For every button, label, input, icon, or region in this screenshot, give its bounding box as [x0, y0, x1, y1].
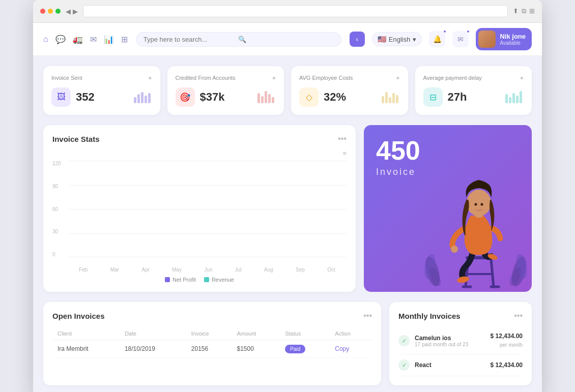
- middle-row: Invoice Stats ••• ≡ 120 90 60 30 0: [43, 125, 532, 292]
- svg-rect-4: [148, 93, 151, 103]
- svg-rect-14: [396, 95, 398, 103]
- col-amount: Amount: [232, 327, 280, 340]
- mail-nav-icon[interactable]: ✉: [90, 35, 97, 44]
- dot-yellow[interactable]: [48, 9, 53, 14]
- x-label-oct: Oct: [327, 267, 335, 273]
- x-label-mar: Mar: [110, 267, 119, 273]
- x-label-apr: Apr: [141, 267, 150, 273]
- stat-icon-1: 🎯: [176, 87, 195, 107]
- grid-nav-icon[interactable]: ⊞: [121, 35, 128, 44]
- table-header-row: Client Date Invoice Amount Status Action: [52, 327, 372, 340]
- back-button[interactable]: ‹: [350, 32, 365, 47]
- search-input[interactable]: [143, 36, 235, 43]
- mail-button[interactable]: ✉: [452, 31, 469, 47]
- main-content: Invoice Sent ● 🖼 352: [33, 56, 542, 392]
- user-profile[interactable]: Nik jone Available: [476, 28, 532, 50]
- y-label-90: 90: [52, 184, 61, 189]
- mail-icon: ✉: [457, 35, 464, 43]
- cell-amount: $1500: [232, 340, 280, 358]
- monthly-info-1: React: [415, 361, 485, 369]
- invoice-stats-card: Invoice Stats ••• ≡ 120 90 60 30 0: [43, 125, 356, 292]
- truck-icon[interactable]: 🚛: [73, 35, 83, 44]
- home-icon[interactable]: ⌂: [43, 35, 48, 44]
- monthly-name-1: React: [415, 361, 485, 369]
- invoices-table: Client Date Invoice Amount Status Action…: [52, 327, 372, 358]
- col-date: Date: [120, 327, 186, 340]
- svg-rect-18: [516, 96, 519, 103]
- stat-info-0[interactable]: ●: [148, 74, 152, 81]
- browser-icons: ⬆ ⧉ ⊞: [513, 7, 535, 15]
- stat-chart-3: [505, 89, 524, 106]
- chart-area: 120 90 60 30 0: [52, 161, 347, 273]
- chart-header: Invoice Stats •••: [52, 134, 347, 143]
- x-label-feb: Feb: [79, 267, 88, 273]
- table-row: Ira Membrit 18/10/2019 20156 $1500 Paid …: [52, 340, 372, 358]
- user-status: Available: [500, 40, 526, 46]
- stat-label-2: AVG Employee Costs: [299, 75, 353, 81]
- menu-icon[interactable]: ⊞: [529, 7, 535, 15]
- back-nav[interactable]: ◀: [66, 8, 71, 15]
- stat-info-1[interactable]: ●: [272, 74, 276, 81]
- y-label-60: 60: [52, 206, 61, 212]
- svg-rect-13: [392, 93, 395, 103]
- cell-client: Ira Membrit: [52, 340, 120, 358]
- chart-menu-button[interactable]: •••: [338, 134, 347, 143]
- monthly-sub-0: 17 paid month out of 23: [415, 342, 485, 347]
- chart-title: Invoice Stats: [52, 135, 100, 143]
- language-selector[interactable]: 🇺🇸 English ▾: [372, 32, 422, 46]
- col-client: Client: [52, 327, 120, 340]
- svg-rect-8: [268, 94, 271, 103]
- svg-rect-10: [382, 96, 384, 103]
- share-icon[interactable]: ⬆: [513, 7, 519, 15]
- cell-invoice: 20156: [186, 340, 232, 358]
- monthly-invoices-title: Monthly Invoices: [398, 312, 461, 320]
- search-icon: 🔍: [238, 36, 246, 43]
- stat-card-employee-costs: AVG Employee Costs ● ◇ 32%: [291, 66, 408, 115]
- promo-illustration: [420, 149, 532, 292]
- dot-red[interactable]: [40, 9, 45, 14]
- promo-card: 450 Invoice: [364, 125, 532, 292]
- svg-rect-2: [141, 92, 143, 103]
- chat-icon[interactable]: 💬: [55, 35, 66, 44]
- notification-button[interactable]: 🔔: [429, 31, 445, 47]
- monthly-invoices-header: Monthly Invoices •••: [398, 311, 523, 320]
- stat-value-3: 27h: [448, 91, 467, 104]
- check-icon-1: ✓: [398, 359, 410, 371]
- open-invoices-menu[interactable]: •••: [363, 311, 372, 320]
- dot-green[interactable]: [55, 9, 61, 14]
- chart-filter-button[interactable]: ≡: [342, 149, 347, 157]
- monthly-item-1: ✓ React $ 12,434.00: [398, 354, 523, 376]
- svg-rect-7: [265, 91, 267, 103]
- monthly-invoices-card: Monthly Invoices ••• ✓ Camelun ios 17 pa…: [389, 302, 532, 385]
- y-label-120: 120: [52, 161, 61, 166]
- legend-label-net-profit: Net Profit: [172, 277, 196, 283]
- svg-rect-16: [509, 97, 511, 103]
- forward-nav[interactable]: ▶: [73, 8, 78, 15]
- copy-button[interactable]: Copy: [335, 345, 349, 352]
- svg-rect-1: [137, 94, 140, 103]
- address-bar[interactable]: [83, 5, 508, 17]
- copy-icon[interactable]: ⧉: [522, 7, 526, 15]
- amount-per-0: per month: [500, 342, 523, 348]
- app-container: ⌂ 💬 🚛 ✉ 📊 ⊞ 🔍 ‹ 🇺🇸 English ▾: [33, 23, 542, 392]
- legend-dot-teal: [204, 277, 209, 282]
- stat-icon-0: 🖼: [51, 87, 71, 107]
- stat-icon-2: ◇: [299, 87, 319, 107]
- chart-bars-container: [68, 161, 347, 257]
- search-bar[interactable]: 🔍: [136, 32, 341, 47]
- monthly-invoices-menu[interactable]: •••: [514, 311, 523, 320]
- svg-point-38: [481, 203, 483, 206]
- cell-action[interactable]: Copy: [330, 340, 372, 358]
- svg-point-34: [451, 246, 458, 253]
- stat-info-3[interactable]: ●: [520, 74, 524, 81]
- avatar-image: [478, 31, 496, 48]
- svg-rect-12: [389, 97, 391, 103]
- open-invoices-header: Open Invoices •••: [52, 311, 372, 320]
- stat-card-payment-delay: Average payment delay ● ⊟ 27h: [415, 66, 532, 115]
- svg-rect-17: [512, 93, 515, 103]
- monthly-item-0: ✓ Camelun ios 17 paid month out of 23 $ …: [398, 327, 523, 354]
- chart-x-labels: Feb Mar Apr May Jun Jul Aug Sep Oct: [68, 267, 347, 273]
- chart-nav-icon[interactable]: 📊: [104, 35, 114, 44]
- legend-net-profit: Net Profit: [165, 277, 196, 283]
- stat-info-2[interactable]: ●: [396, 74, 399, 81]
